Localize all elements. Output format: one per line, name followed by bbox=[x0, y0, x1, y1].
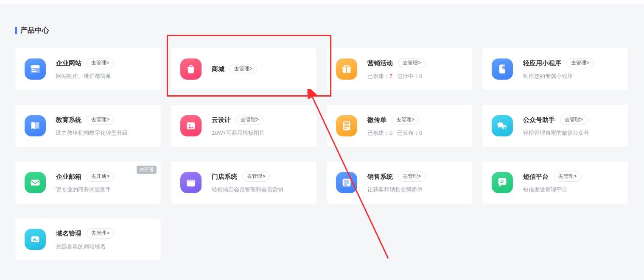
manage-button[interactable]: 去管理> bbox=[398, 172, 426, 182]
card-title: 商城 bbox=[212, 65, 224, 73]
card-desc: 让获客和销售变得简单 bbox=[367, 186, 463, 194]
card-shop[interactable]: 商城 去管理> bbox=[171, 48, 316, 90]
card-title: 云设计 bbox=[212, 116, 231, 124]
svg-rect-13 bbox=[344, 125, 349, 126]
card-website[interactable]: 企业网站 去管理> 网站制作、维护都简单 bbox=[15, 48, 161, 90]
website-icon bbox=[25, 58, 46, 80]
card-title: 销售系统 bbox=[367, 173, 393, 181]
card-desc: 挑选喜欢的网站域名 bbox=[56, 243, 151, 250]
card-design[interactable]: 云设计 去管理> 10W+可商用模板图片 bbox=[171, 105, 316, 147]
svg-text:W.≡: W.≡ bbox=[33, 238, 39, 242]
badge-nostart: 未开通 bbox=[137, 166, 157, 174]
manage-button[interactable]: 去管理> bbox=[87, 115, 114, 125]
manage-button[interactable]: 去管理> bbox=[242, 172, 270, 182]
svg-point-8 bbox=[502, 66, 506, 69]
card-edu[interactable]: 教育系统 去管理> 助力教培机构数字化转型升级 bbox=[15, 105, 161, 147]
card-sms[interactable]: 短信平台 去管理> 短信发送管理平台 bbox=[482, 161, 628, 204]
card-desc: 更专业的商务沟通助手 bbox=[56, 186, 151, 194]
manage-button[interactable]: 去管理> bbox=[87, 58, 114, 68]
manage-button[interactable]: 去管理> bbox=[230, 64, 257, 74]
card-title: 教育系统 bbox=[56, 116, 81, 124]
svg-rect-17 bbox=[31, 180, 40, 186]
domain-icon: W.≡ bbox=[25, 229, 46, 250]
manage-button[interactable]: 去管理> bbox=[398, 58, 426, 68]
card-miniapp[interactable]: 轻应用小程序 去管理> 制作您的专属小程序 bbox=[482, 48, 628, 90]
shop-icon bbox=[180, 58, 202, 80]
flyer-icon bbox=[336, 115, 357, 136]
card-title: 微传单 bbox=[367, 116, 386, 124]
svg-rect-21 bbox=[344, 185, 347, 186]
created-value: 7 bbox=[389, 73, 392, 79]
gift-icon bbox=[336, 58, 357, 80]
created-label: 已创建： bbox=[367, 130, 389, 136]
card-title: 企业邮箱 bbox=[56, 173, 81, 181]
running-label: 进行中： bbox=[397, 73, 419, 79]
card-desc: 助力教培机构数字化转型升级 bbox=[56, 129, 151, 137]
image-icon bbox=[180, 115, 202, 136]
created-label: 已创建： bbox=[367, 73, 389, 79]
created-value: 0 bbox=[389, 130, 392, 136]
list-icon bbox=[336, 172, 357, 193]
card-desc: 轻松搞定会员管理和会员营销 bbox=[212, 186, 307, 194]
miniapp-icon bbox=[492, 58, 513, 80]
topbar bbox=[0, 0, 644, 4]
card-flyer[interactable]: 微传单 去管理> 已创建：0 已发布：0 bbox=[327, 105, 472, 147]
card-sales[interactable]: 销售系统 去管理> 让获客和销售变得简单 bbox=[327, 161, 472, 204]
product-grid: 企业网站 去管理> 网站制作、维护都简单 商城 去管理> bbox=[15, 48, 629, 261]
card-wechat[interactable]: 公众号助手 去管理> 轻松管理自家的微信公众号 bbox=[482, 105, 628, 147]
card-marketing[interactable]: 营销活动 去管理> 已创建：7 进行中：0 bbox=[327, 48, 472, 90]
svg-rect-14 bbox=[344, 126, 349, 127]
product-center-section: 产品中心 企业网站 去管理> 网站制作、维护都简单 商城 bbox=[0, 4, 644, 269]
card-title: 短信平台 bbox=[523, 173, 549, 181]
card-store[interactable]: 门店系统 去管理> 轻松搞定会员管理和会员营销 bbox=[171, 161, 316, 204]
published-value: 0 bbox=[419, 130, 422, 136]
card-desc: 制作您的专属小程序 bbox=[523, 72, 619, 80]
svg-rect-6 bbox=[346, 67, 347, 73]
manage-button[interactable]: 去管理> bbox=[87, 228, 114, 238]
svg-rect-2 bbox=[32, 69, 35, 70]
svg-rect-1 bbox=[31, 65, 40, 68]
card-stats: 已创建：0 已发布：0 bbox=[367, 129, 463, 137]
open-button[interactable]: 去开通> bbox=[87, 172, 114, 182]
svg-rect-15 bbox=[344, 128, 347, 129]
card-stats: 已创建：7 进行中：0 bbox=[367, 72, 463, 80]
card-title: 营销活动 bbox=[367, 59, 393, 67]
svg-rect-12 bbox=[344, 122, 349, 124]
card-title: 门店系统 bbox=[212, 173, 237, 181]
svg-point-10 bbox=[189, 124, 190, 126]
svg-rect-22 bbox=[500, 180, 504, 181]
running-value: 0 bbox=[419, 73, 422, 79]
svg-rect-3 bbox=[32, 71, 37, 72]
svg-rect-19 bbox=[344, 180, 349, 181]
book-icon bbox=[25, 115, 46, 136]
card-title: 企业网站 bbox=[56, 59, 81, 67]
mail-icon bbox=[25, 172, 46, 193]
card-title: 轻应用小程序 bbox=[523, 59, 561, 67]
card-desc: 短信发送管理平台 bbox=[523, 186, 619, 194]
svg-rect-23 bbox=[500, 182, 503, 183]
card-title: 公众号助手 bbox=[523, 116, 555, 124]
card-domain[interactable]: W.≡ 域名管理 去管理> 挑选喜欢的网站域名 bbox=[15, 218, 161, 261]
card-desc: 10W+可商用模板图片 bbox=[212, 129, 307, 137]
manage-button[interactable]: 去管理> bbox=[236, 115, 263, 125]
chat-icon bbox=[492, 172, 513, 193]
manage-button[interactable]: 去管理> bbox=[554, 172, 581, 182]
title-accent bbox=[15, 27, 17, 34]
manage-button[interactable]: 去管理> bbox=[566, 58, 594, 68]
published-label: 已发布： bbox=[397, 130, 419, 136]
svg-rect-20 bbox=[344, 183, 349, 183]
wechat-icon bbox=[492, 115, 513, 136]
card-email[interactable]: 未开通 企业邮箱 去开通> 更专业的商务沟通助手 bbox=[15, 161, 161, 204]
section-title: 产品中心 bbox=[15, 25, 629, 35]
manage-button[interactable]: 去管理> bbox=[560, 115, 588, 125]
section-title-text: 产品中心 bbox=[20, 25, 49, 35]
store-icon bbox=[180, 172, 202, 193]
card-desc: 轻松管理自家的微信公众号 bbox=[523, 129, 619, 137]
card-desc: 网站制作、维护都简单 bbox=[56, 72, 151, 80]
manage-button[interactable]: 去管理> bbox=[392, 115, 419, 125]
card-title: 域名管理 bbox=[56, 230, 81, 238]
